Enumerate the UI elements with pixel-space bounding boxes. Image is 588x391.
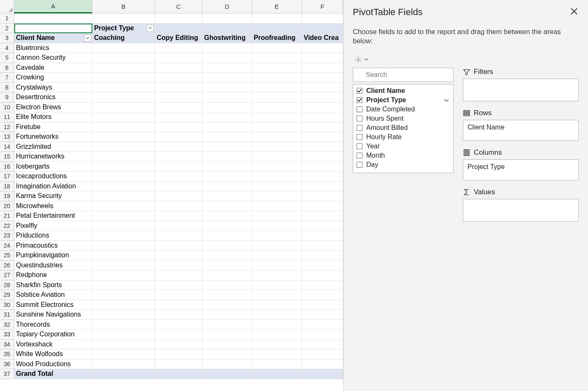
cell-A21[interactable]: Petal Entertainment [14,211,92,221]
cell-A18[interactable]: Imagination Aviation [14,182,92,192]
cell-C30[interactable] [155,300,202,310]
cell-B35[interactable] [92,349,155,359]
row-header[interactable]: 16 [0,162,14,172]
cell-A13[interactable]: Fortunetworks [14,132,92,142]
cell-E24[interactable] [252,241,302,251]
columns-item[interactable]: Project Type [463,161,578,172]
row-header[interactable]: 20 [0,201,14,211]
cell-E20[interactable] [252,201,302,211]
cell-C5[interactable] [155,53,202,63]
cell-A26[interactable]: Questindustries [14,261,92,271]
cell-F33[interactable] [302,330,343,340]
row-header[interactable]: 7 [0,73,14,83]
cell-B7[interactable] [92,73,155,83]
cell-A32[interactable]: Thorecords [14,320,92,330]
pane-settings-button[interactable] [353,55,370,64]
row-header[interactable]: 1 [0,13,14,24]
cell-C22[interactable] [155,221,202,231]
field-checkbox[interactable] [357,162,362,168]
row-header[interactable]: 33 [0,330,14,340]
cell-F20[interactable] [302,201,343,211]
cell-A27[interactable]: Redphone [14,270,92,280]
cell-B34[interactable] [92,340,155,350]
row-header[interactable]: 4 [0,43,14,53]
cell-C16[interactable] [155,162,202,172]
cell-A23[interactable]: Priductions [14,231,92,241]
cell-D35[interactable] [202,349,252,359]
row-header[interactable]: 35 [0,349,14,359]
col-header-C[interactable]: C [155,0,202,13]
row-header[interactable]: 10 [0,103,14,113]
cell-C7[interactable] [155,73,202,83]
cell-F24[interactable] [302,241,343,251]
cell-A19[interactable]: Karma Security [14,191,92,201]
cell-E32[interactable] [252,320,302,330]
cell-F7[interactable] [302,73,343,83]
cell-A36[interactable]: Wood Productions [14,359,92,370]
cell-D36[interactable] [202,359,252,370]
cell-C27[interactable] [155,270,202,280]
rows-drop-zone[interactable]: Client Name [463,120,579,141]
row-header[interactable]: 25 [0,251,14,261]
cell-F16[interactable] [302,162,343,172]
cell-F25[interactable] [302,251,343,261]
select-all-corner[interactable] [0,0,14,13]
cell-F28[interactable] [302,280,343,291]
cell-B1[interactable] [92,13,155,24]
cell-C4[interactable] [155,43,202,53]
cell-A7[interactable]: Crowking [14,73,92,83]
cell-C15[interactable] [155,152,202,162]
cell-B13[interactable] [92,132,155,142]
cell-C1[interactable] [155,13,202,24]
cell-E28[interactable] [252,280,302,291]
cell-A30[interactable]: Summit Electronics [14,300,92,310]
cell-F10[interactable] [302,103,343,113]
cell-F35[interactable] [302,349,343,359]
col-header-E[interactable]: E [252,0,302,13]
cell-F5[interactable] [302,53,343,63]
cell-E15[interactable] [252,152,302,162]
cell-E31[interactable] [252,310,302,320]
cell-B27[interactable] [92,270,155,280]
cell-A24[interactable]: Primacoustics [14,241,92,251]
cell-E26[interactable] [252,261,302,271]
cell-F6[interactable] [302,63,343,73]
cell-B4[interactable] [92,43,155,53]
field-checkbox[interactable] [357,143,362,149]
cell-C32[interactable] [155,320,202,330]
row-header[interactable]: 36 [0,359,14,370]
cell-C33[interactable] [155,330,202,340]
cell-C3[interactable]: Copy Editing [155,33,202,43]
row-header[interactable]: 12 [0,122,14,132]
cell-C34[interactable] [155,340,202,350]
cell-D6[interactable] [202,63,252,73]
row-header[interactable]: 19 [0,191,14,201]
cell-E8[interactable] [252,83,302,93]
row-header[interactable]: 31 [0,310,14,320]
field-search-input[interactable] [366,71,450,79]
cell-D33[interactable] [202,330,252,340]
cell-F8[interactable] [302,83,343,93]
cell-E22[interactable] [252,221,302,231]
cell-E9[interactable] [252,92,302,103]
row-header[interactable]: 30 [0,300,14,310]
cell-C14[interactable] [155,142,202,152]
row-header[interactable]: 32 [0,320,14,330]
cell-D9[interactable] [202,92,252,103]
cell-B10[interactable] [92,103,155,113]
cell-A20[interactable]: Microwheels [14,201,92,211]
cell-C12[interactable] [155,122,202,132]
cell-A31[interactable]: Sunshine Navigations [14,310,92,320]
cell-E18[interactable] [252,182,302,192]
cell-C25[interactable] [155,251,202,261]
cell-E21[interactable] [252,211,302,221]
cell-B14[interactable] [92,142,155,152]
row-header[interactable]: 26 [0,261,14,271]
cell-E11[interactable] [252,112,302,122]
row-header[interactable]: 3 [0,33,14,43]
cell-D20[interactable] [202,201,252,211]
cell-C28[interactable] [155,280,202,291]
field-search-box[interactable] [353,68,454,82]
cell-C23[interactable] [155,231,202,241]
cell-F3[interactable]: Video Crea [302,33,343,43]
